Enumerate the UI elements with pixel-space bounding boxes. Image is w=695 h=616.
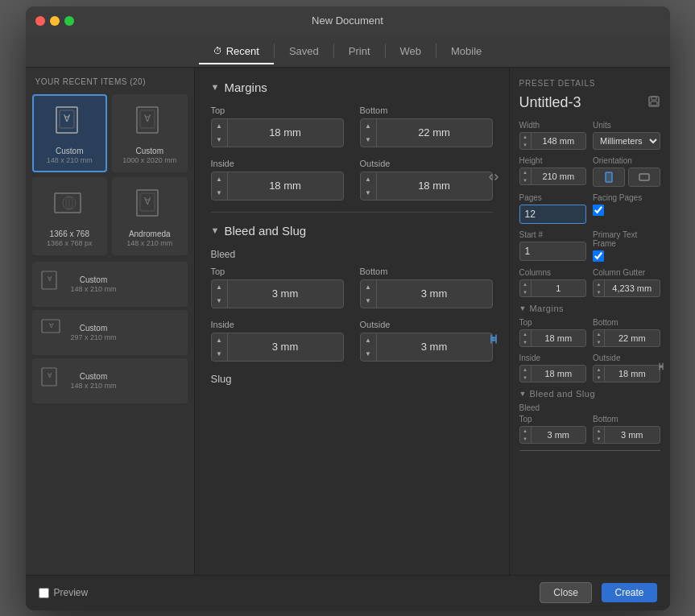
units-select[interactable]: Millimeters Inches Pixels Points bbox=[593, 132, 660, 150]
height-down[interactable]: ▼ bbox=[520, 176, 531, 184]
pb-top-up[interactable]: ▲ bbox=[520, 427, 531, 435]
recent-item-3-name: Andromeda bbox=[129, 229, 171, 239]
pm-link-icon[interactable] bbox=[656, 361, 667, 375]
pm-bottom-stepper[interactable]: ▲ ▼ 22 mm bbox=[593, 329, 660, 347]
width-down[interactable]: ▼ bbox=[520, 141, 531, 149]
tab-saved[interactable]: Saved bbox=[275, 39, 333, 64]
create-button[interactable]: Create bbox=[602, 583, 656, 602]
bleed-inside-up[interactable]: ▲ bbox=[212, 333, 227, 347]
pb-bottom-stepper[interactable]: ▲ ▼ 3 mm bbox=[593, 426, 660, 444]
bleed-outside-up[interactable]: ▲ bbox=[361, 333, 376, 347]
margin-inside-down[interactable]: ▼ bbox=[212, 186, 227, 200]
tab-web[interactable]: Web bbox=[386, 39, 436, 64]
pm-outside-up[interactable]: ▲ bbox=[594, 366, 604, 374]
tab-print[interactable]: Print bbox=[334, 39, 385, 64]
columns-down[interactable]: ▼ bbox=[520, 288, 531, 296]
pm-bottom-down[interactable]: ▼ bbox=[594, 338, 604, 346]
margin-outside-stepper[interactable]: ▲ ▼ 18 mm bbox=[360, 172, 493, 201]
landscape-button[interactable] bbox=[628, 167, 660, 187]
pb-top-down[interactable]: ▼ bbox=[520, 435, 531, 443]
pb-top-arrows: ▲ ▼ bbox=[520, 427, 532, 443]
recent-item-1[interactable]: Ɐ Custom 1000 x 2020 mm bbox=[112, 94, 188, 172]
clock-icon: ⏱ bbox=[213, 46, 222, 56]
margin-inside-stepper[interactable]: ▲ ▼ 18 mm bbox=[211, 172, 344, 201]
columns-up[interactable]: ▲ bbox=[520, 280, 531, 288]
height-stepper[interactable]: ▲ ▼ 210 mm bbox=[519, 167, 587, 185]
recent-item-3[interactable]: Ɐ Andromeda 148 x 210 mm bbox=[112, 177, 188, 255]
margin-top-down[interactable]: ▼ bbox=[212, 133, 227, 147]
margin-outside-up[interactable]: ▲ bbox=[361, 172, 376, 186]
recent-item-6[interactable]: Ɐ Custom 148 x 210 mm bbox=[32, 358, 188, 403]
pb-bottom-value: 3 mm bbox=[605, 430, 660, 440]
bleed-inside-stepper[interactable]: ▲ ▼ 3 mm bbox=[211, 333, 344, 362]
facing-pages-checkbox[interactable] bbox=[593, 205, 604, 216]
portrait-button[interactable] bbox=[593, 167, 625, 187]
bleed-link-icon[interactable] bbox=[486, 332, 501, 349]
save-preset-icon[interactable] bbox=[647, 95, 660, 110]
bleed-bottom-down[interactable]: ▼ bbox=[361, 294, 376, 308]
bleed-outside-stepper[interactable]: ▲ ▼ 3 mm bbox=[360, 333, 493, 362]
bleed-toggle[interactable]: ▼ bbox=[211, 225, 220, 235]
preview-checkbox[interactable] bbox=[39, 588, 49, 598]
pm-top-down[interactable]: ▼ bbox=[520, 338, 531, 346]
columns-stepper[interactable]: ▲ ▼ 1 bbox=[519, 279, 587, 297]
preview-label: Preview bbox=[54, 587, 89, 598]
units-col: Units Millimeters Inches Pixels Points bbox=[593, 121, 660, 150]
bleed-bottom-stepper[interactable]: ▲ ▼ 3 mm bbox=[360, 279, 493, 308]
pm-top-stepper[interactable]: ▲ ▼ 18 mm bbox=[519, 329, 587, 347]
tab-mobile[interactable]: Mobile bbox=[436, 39, 496, 64]
bleed-inside-group: Inside ▲ ▼ 3 mm bbox=[211, 320, 344, 362]
pm-outside-stepper[interactable]: ▲ ▼ 18 mm bbox=[593, 365, 660, 382]
margin-bottom-stepper[interactable]: ▲ ▼ 22 mm bbox=[360, 118, 493, 147]
bleed-top-down[interactable]: ▼ bbox=[212, 294, 227, 308]
margin-bottom-up[interactable]: ▲ bbox=[361, 119, 376, 133]
pb-bottom-down[interactable]: ▼ bbox=[594, 435, 604, 443]
start-label: Start # bbox=[519, 230, 587, 239]
margin-top-up[interactable]: ▲ bbox=[212, 119, 227, 133]
recent-item-0[interactable]: Ɐ Custom 148 x 210 mm bbox=[32, 94, 108, 172]
close-button[interactable]: Close bbox=[540, 582, 592, 603]
gutter-down[interactable]: ▼ bbox=[594, 288, 604, 296]
recent-item-1-size: 1000 x 2020 mm bbox=[122, 156, 176, 164]
pm-inside-stepper[interactable]: ▲ ▼ 18 mm bbox=[519, 365, 587, 382]
maximize-button[interactable] bbox=[64, 16, 74, 26]
gutter-up[interactable]: ▲ bbox=[594, 280, 604, 288]
pm-bottom-up[interactable]: ▲ bbox=[594, 330, 604, 338]
bleed-inside-down[interactable]: ▼ bbox=[212, 347, 227, 361]
tab-recent[interactable]: ⏱ Recent bbox=[199, 39, 274, 64]
start-input[interactable]: 1 bbox=[519, 242, 587, 261]
gutter-stepper[interactable]: ▲ ▼ 4,233 mm bbox=[593, 279, 660, 297]
bleed-bottom-up[interactable]: ▲ bbox=[361, 280, 376, 294]
preset-margins-collapse[interactable]: ▼ Margins bbox=[519, 304, 660, 313]
height-up[interactable]: ▲ bbox=[520, 168, 531, 176]
minimize-button[interactable] bbox=[50, 16, 60, 26]
pm-inside-down[interactable]: ▼ bbox=[520, 374, 531, 382]
margin-inside-up[interactable]: ▲ bbox=[212, 172, 227, 186]
primary-text-checkbox[interactable] bbox=[593, 250, 604, 262]
preset-bleed-collapse[interactable]: ▼ Bleed and Slug bbox=[519, 389, 660, 399]
close-button[interactable] bbox=[35, 16, 45, 26]
pb-top-stepper[interactable]: ▲ ▼ 3 mm bbox=[519, 426, 587, 444]
margin-bottom-down[interactable]: ▼ bbox=[361, 133, 376, 147]
bleed-top-stepper[interactable]: ▲ ▼ 3 mm bbox=[211, 279, 344, 308]
pm-inside-up[interactable]: ▲ bbox=[520, 366, 531, 374]
margins-toggle[interactable]: ▼ bbox=[211, 82, 220, 92]
width-up[interactable]: ▲ bbox=[520, 133, 531, 141]
bleed-outside-down[interactable]: ▼ bbox=[361, 347, 376, 361]
width-stepper[interactable]: ▲ ▼ 148 mm bbox=[519, 132, 587, 150]
margin-top-stepper[interactable]: ▲ ▼ 18 mm bbox=[211, 118, 344, 147]
margin-link-icon[interactable] bbox=[486, 171, 501, 188]
bleed-outside-group: Outside ▲ ▼ 3 mm bbox=[360, 320, 493, 362]
pm-outside-down[interactable]: ▼ bbox=[594, 374, 604, 382]
recent-item-4[interactable]: Ɐ Custom 148 x 210 mm bbox=[32, 262, 188, 307]
pm-top-up[interactable]: ▲ bbox=[520, 330, 531, 338]
pages-input[interactable]: 12 bbox=[519, 205, 587, 224]
pb-bottom-up[interactable]: ▲ bbox=[594, 427, 604, 435]
recent-item-5[interactable]: Ɐ Custom 297 x 210 mm bbox=[32, 310, 188, 355]
width-value: 148 mm bbox=[532, 136, 586, 146]
bleed-top-up[interactable]: ▲ bbox=[212, 280, 227, 294]
margins-title: Margins bbox=[224, 81, 267, 94]
recent-item-2[interactable]: 1366 x 768 1366 x 768 px bbox=[32, 177, 108, 255]
bottom-bar: Preview Close Create bbox=[26, 575, 670, 610]
margin-outside-down[interactable]: ▼ bbox=[361, 186, 376, 200]
